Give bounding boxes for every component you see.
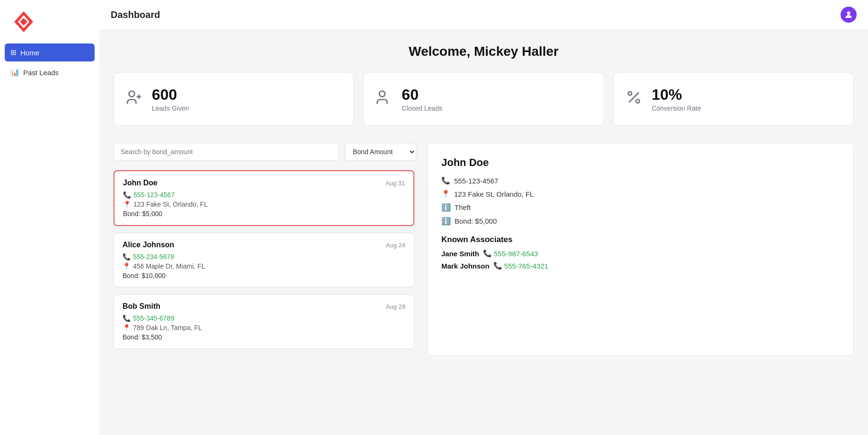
lead-address-text-john-doe: 123 Fake St, Orlando, FL	[133, 200, 208, 208]
detail-phone-icon: 📞	[441, 176, 450, 185]
leads-given-number: 600	[152, 86, 189, 104]
detail-name: John Doe	[441, 157, 840, 169]
associate-phone-icon-mark: 📞	[493, 261, 502, 270]
filter-select[interactable]: Bond Amount Name Date	[345, 143, 416, 161]
lead-card-john-doe[interactable]: John Doe Aug 31 📞 555-123-4567 📍 123 Fak…	[114, 170, 414, 226]
associate-phone-jane-smith: 📞 555-987-6543	[483, 249, 538, 258]
lead-card-bob-smith[interactable]: Bob Smith Aug 29 📞 555-345-6789 📍 789 Oa…	[114, 294, 414, 349]
lead-card-alice-johnson[interactable]: Alice Johnson Aug 24 📞 555-234-5678 📍 45…	[114, 233, 414, 287]
lead-address-alice-johnson: 📍 456 Maple Dr, Miami, FL	[123, 262, 405, 270]
detail-address: 123 Fake St, Orlando, FL	[454, 190, 534, 198]
sidebar: ⊞ Home 📊 Past Leads	[0, 0, 99, 435]
stat-closed-leads-info: 60 Closed Leads	[402, 86, 442, 112]
sidebar-item-home[interactable]: ⊞ Home	[5, 44, 95, 61]
lead-card-header-alice-johnson: Alice Johnson Aug 24	[123, 241, 405, 249]
lead-date-john-doe: Aug 31	[386, 180, 405, 187]
lead-phone-bob-smith: 📞 555-345-6789	[123, 314, 405, 322]
closed-leads-icon	[375, 89, 392, 110]
sidebar-item-past-leads[interactable]: 📊 Past Leads	[5, 63, 95, 81]
search-bar: Bond Amount Name Date	[114, 143, 416, 161]
stat-conversion-info: 10% Conversion Rate	[652, 86, 701, 112]
svg-point-2	[129, 91, 135, 96]
lead-card-header-bob-smith: Bob Smith Aug 29	[123, 302, 405, 311]
detail-phone: 555-123-4567	[454, 177, 498, 185]
associate-phone-icon-jane: 📞	[483, 249, 492, 258]
leads-given-icon	[125, 89, 142, 110]
avatar[interactable]	[841, 7, 857, 23]
leads-list: John Doe Aug 31 📞 555-123-4567 📍 123 Fak…	[114, 170, 416, 356]
search-input[interactable]	[114, 143, 339, 161]
logo-icon	[9, 8, 38, 36]
associates-title: Known Associates	[441, 235, 840, 244]
stat-card-conversion-rate: 10% Conversion Rate	[614, 72, 854, 126]
page-title: Dashboard	[111, 9, 160, 20]
detail-bond: Bond: $5,000	[455, 217, 497, 225]
lead-phone-number-john-doe: 555-123-4567	[133, 191, 175, 199]
associate-phone-number-mark: 555-765-4321	[504, 262, 548, 270]
lead-card-header-john-doe: John Doe Aug 31	[123, 179, 405, 187]
lead-address-text-bob-smith: 789 Oak Ln, Tampa, FL	[133, 324, 202, 331]
lead-name-alice-johnson: Alice Johnson	[123, 241, 174, 249]
lead-date-alice-johnson: Aug 24	[386, 242, 405, 249]
stats-row: 600 Leads Given 60 Closed Leads	[114, 72, 854, 126]
associate-row-jane-smith: Jane Smith 📞 555-987-6543	[441, 249, 840, 258]
phone-icon-alice-johnson: 📞	[123, 253, 131, 261]
lead-bond-john-doe: Bond: $5,000	[123, 210, 405, 218]
conversion-rate-label: Conversion Rate	[652, 104, 701, 112]
lead-phone-number-bob-smith: 555-345-6789	[133, 314, 174, 322]
detail-pin-icon: 📍	[441, 190, 450, 198]
phone-icon-john-doe: 📞	[123, 191, 131, 199]
associate-name-mark-johnson: Mark Johnson	[441, 262, 490, 270]
detail-address-row: 📍 123 Fake St, Orlando, FL	[441, 190, 840, 198]
svg-point-1	[847, 11, 850, 15]
lead-name-bob-smith: Bob Smith	[123, 302, 160, 311]
content-area: Welcome, Mickey Haller 600 Leads Given	[99, 30, 868, 435]
sidebar-nav: ⊞ Home 📊 Past Leads	[0, 44, 99, 83]
closed-leads-number: 60	[402, 86, 442, 104]
lead-date-bob-smith: Aug 29	[386, 303, 405, 310]
pin-icon-bob-smith: 📍	[123, 324, 131, 331]
detail-panel: John Doe 📞 555-123-4567 📍 123 Fake St, O…	[428, 143, 854, 356]
detail-charge-row: ℹ️ Theft	[441, 203, 840, 212]
detail-phone-row: 📞 555-123-4567	[441, 176, 840, 185]
associate-phone-number-jane: 555-987-6543	[494, 250, 538, 258]
sidebar-item-past-leads-label: Past Leads	[23, 69, 59, 77]
stat-leads-given-info: 600 Leads Given	[152, 86, 189, 112]
stat-card-closed-leads: 60 Closed Leads	[363, 72, 604, 126]
top-bar: Dashboard	[99, 0, 868, 30]
sidebar-item-home-label: Home	[20, 49, 39, 57]
lead-name-john-doe: John Doe	[123, 179, 158, 187]
detail-charge: Theft	[455, 203, 471, 211]
closed-leads-label: Closed Leads	[402, 104, 442, 112]
lead-address-text-alice-johnson: 456 Maple Dr, Miami, FL	[133, 262, 205, 270]
lead-bond-alice-johnson: Bond: $10,000	[123, 272, 405, 279]
associate-name-jane-smith: Jane Smith	[441, 250, 479, 258]
phone-icon-bob-smith: 📞	[123, 314, 131, 322]
detail-bond-row: ℹ️ Bond: $5,000	[441, 217, 840, 226]
conversion-rate-number: 10%	[652, 86, 701, 104]
pin-icon-john-doe: 📍	[123, 200, 131, 208]
logo	[0, 0, 47, 44]
main-area: Dashboard Welcome, Mickey Haller	[99, 0, 868, 435]
svg-point-8	[636, 99, 640, 103]
leads-section: Bond Amount Name Date John Doe Aug 31	[114, 143, 416, 356]
svg-point-7	[628, 92, 632, 96]
associate-row-mark-johnson: Mark Johnson 📞 555-765-4321	[441, 261, 840, 270]
leads-given-label: Leads Given	[152, 104, 189, 112]
detail-info-icon-charge: ℹ️	[441, 203, 451, 212]
chart-icon: 📊	[10, 68, 19, 77]
associate-phone-mark-johnson: 📞 555-765-4321	[493, 261, 548, 270]
home-icon: ⊞	[10, 48, 17, 57]
pin-icon-alice-johnson: 📍	[123, 262, 131, 270]
lead-bond-bob-smith: Bond: $3,500	[123, 333, 405, 341]
lead-phone-john-doe: 📞 555-123-4567	[123, 191, 405, 199]
main-panel: Bond Amount Name Date John Doe Aug 31	[114, 143, 854, 356]
user-avatar-icon	[844, 10, 853, 19]
lead-phone-alice-johnson: 📞 555-234-5678	[123, 253, 405, 261]
lead-address-john-doe: 📍 123 Fake St, Orlando, FL	[123, 200, 405, 208]
svg-line-6	[629, 92, 639, 102]
stat-card-leads-given: 600 Leads Given	[114, 72, 354, 126]
welcome-message: Welcome, Mickey Haller	[114, 44, 854, 59]
lead-address-bob-smith: 📍 789 Oak Ln, Tampa, FL	[123, 324, 405, 331]
lead-phone-number-alice-johnson: 555-234-5678	[133, 253, 174, 261]
